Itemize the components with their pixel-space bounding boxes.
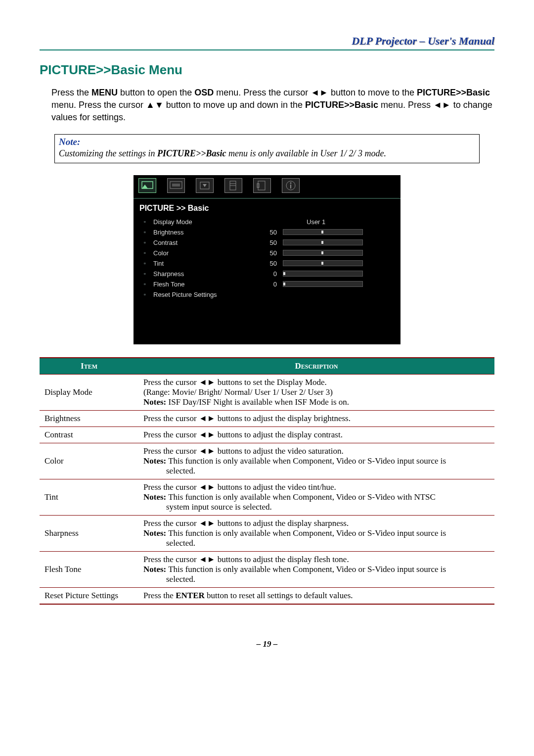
osd-tab-info-icon	[282, 178, 300, 193]
table-desc-cell: Press the cursor ◄► buttons to adjust th…	[138, 515, 494, 551]
osd-menu-row: ▫Reset Picture Settings	[134, 289, 400, 300]
table-item-cell: Color	[40, 443, 138, 479]
header-title: DLP Projector – User's Manual	[40, 35, 494, 47]
table-desc-cell: Press the cursor ◄► buttons to adjust th…	[138, 410, 494, 426]
section-title: PICTURE>>Basic Menu	[40, 62, 494, 78]
monitor-icon: ▫	[139, 218, 150, 225]
osd-menu-row: ▫Contrast50	[134, 237, 400, 248]
osd-menu-row: ▫Display ModeUser 1	[134, 217, 400, 227]
osd-slider	[283, 271, 363, 277]
note-title: Note:	[59, 137, 475, 147]
note-box: Note: Customizing the settings in PICTUR…	[54, 134, 480, 163]
table-row: TintPress the cursor ◄► buttons to adjus…	[40, 479, 494, 515]
table-item-cell: Contrast	[40, 426, 138, 443]
osd-tab-lang-icon	[253, 178, 271, 193]
table-row: SharpnessPress the cursor ◄► buttons to …	[40, 515, 494, 551]
reset-icon: ▫	[139, 291, 150, 298]
table-desc-cell: Press the cursor ◄► buttons to set the D…	[138, 374, 494, 410]
contrast-icon: ▫	[139, 239, 150, 246]
table-item-cell: Sharpness	[40, 515, 138, 551]
osd-row-value: 50	[247, 239, 277, 246]
table-header-desc: Description	[138, 358, 494, 375]
tint-icon: ▫	[139, 260, 150, 267]
osd-row-label: Flesh Tone	[150, 281, 247, 288]
description-table: Item Description Display ModePress the c…	[40, 357, 494, 605]
osd-tab-picture-icon	[138, 178, 156, 193]
sharpness-icon: ▫	[139, 270, 150, 277]
osd-row-value: 50	[247, 260, 277, 267]
osd-tab-setup-icon	[196, 178, 214, 193]
osd-slider	[283, 250, 363, 256]
table-item-cell: Brightness	[40, 410, 138, 426]
osd-row-value: 0	[247, 281, 277, 288]
table-row: Display ModePress the cursor ◄► buttons …	[40, 374, 494, 410]
svg-rect-13	[290, 185, 291, 189]
table-row: ColorPress the cursor ◄► buttons to adju…	[40, 443, 494, 479]
osd-menu-row: ▫Color50	[134, 248, 400, 258]
table-desc-cell: Press the cursor ◄► buttons to adjust th…	[138, 426, 494, 443]
osd-title: PICTURE >> Basic	[134, 202, 400, 217]
osd-menu-row: ▫Brightness50	[134, 227, 400, 237]
intro-paragraph: Press the MENU button to open the OSD me…	[51, 87, 494, 124]
svg-marker-5	[203, 184, 207, 187]
flesh-icon: ▫	[139, 281, 150, 287]
table-item-cell: Reset Picture Settings	[40, 587, 138, 604]
osd-slider	[283, 260, 363, 266]
osd-tab-display-icon	[167, 178, 185, 193]
table-item-cell: Flesh Tone	[40, 551, 138, 587]
osd-row-value: 50	[247, 249, 277, 257]
table-desc-cell: Press the cursor ◄► buttons to adjust th…	[138, 443, 494, 479]
table-row: BrightnessPress the cursor ◄► buttons to…	[40, 410, 494, 426]
svg-rect-3	[172, 184, 180, 187]
page-number: – 19 –	[40, 639, 494, 649]
osd-row-label: Reset Picture Settings	[150, 291, 247, 298]
osd-row-value: User 1	[307, 218, 325, 226]
osd-menu-row: ▫Sharpness0	[134, 269, 400, 279]
table-row: Reset Picture SettingsPress the ENTER bu…	[40, 587, 494, 604]
osd-row-value: 0	[247, 270, 277, 278]
note-text: Customizing the settings in PICTURE>>Bas…	[59, 148, 475, 159]
osd-tab-bar	[134, 175, 400, 196]
osd-row-label: Tint	[150, 260, 247, 267]
osd-row-label: Color	[150, 249, 247, 257]
table-item-cell: Tint	[40, 479, 138, 515]
osd-row-label: Contrast	[150, 239, 247, 246]
osd-slider	[283, 229, 363, 235]
osd-row-label: Brightness	[150, 229, 247, 236]
svg-marker-1	[142, 185, 148, 189]
osd-menu-row: ▫Tint50	[134, 258, 400, 269]
osd-screenshot: PICTURE >> Basic ▫Display ModeUser 1▫Bri…	[134, 175, 400, 344]
table-header-item: Item	[40, 358, 138, 375]
table-desc-cell: Press the ENTER button to reset all sett…	[138, 587, 494, 604]
table-desc-cell: Press the cursor ◄► buttons to adjust th…	[138, 479, 494, 515]
osd-tab-option-icon	[224, 178, 242, 193]
osd-slider	[283, 281, 363, 287]
osd-menu-row: ▫Flesh Tone0	[134, 279, 400, 289]
table-row: Flesh TonePress the cursor ◄► buttons to…	[40, 551, 494, 587]
osd-row-label: Display Mode	[150, 218, 247, 226]
osd-row-label: Sharpness	[150, 270, 247, 278]
sun-icon: ▫	[139, 229, 150, 236]
osd-row-value: 50	[247, 229, 277, 236]
palette-icon: ▫	[139, 249, 150, 256]
table-row: ContrastPress the cursor ◄► buttons to a…	[40, 426, 494, 443]
table-item-cell: Display Mode	[40, 374, 138, 410]
osd-slider	[283, 239, 363, 245]
svg-point-12	[290, 182, 292, 184]
table-desc-cell: Press the cursor ◄► buttons to adjust th…	[138, 551, 494, 587]
